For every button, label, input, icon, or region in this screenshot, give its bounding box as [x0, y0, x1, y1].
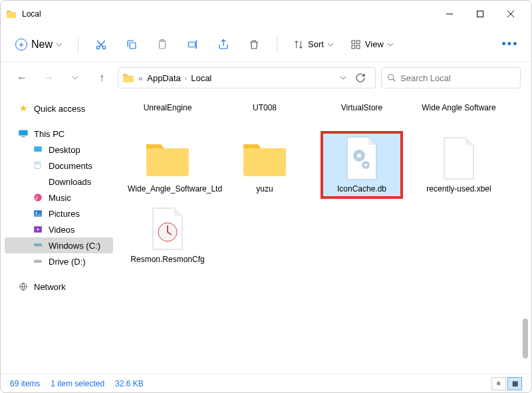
maximize-button[interactable] [465, 3, 495, 25]
window-controls [434, 3, 526, 25]
forward-button[interactable]: → [38, 67, 59, 88]
refresh-button[interactable] [350, 67, 371, 88]
view-menu[interactable]: View [344, 35, 400, 54]
title-bar: Local [1, 1, 531, 27]
sidebar-network[interactable]: Network [5, 279, 113, 295]
copy-button[interactable] [118, 33, 145, 57]
svg-point-31 [364, 164, 367, 166]
file-icon [335, 135, 388, 182]
sidebar-pictures[interactable]: Pictures [5, 205, 113, 221]
music-icon [33, 192, 43, 203]
documents-icon [33, 160, 43, 171]
folder-icon [122, 72, 134, 84]
list-item[interactable]: Resmon.ResmonCfg [128, 203, 207, 268]
list-item[interactable]: Wide Angle Software [419, 100, 499, 127]
rename-button[interactable] [180, 33, 206, 57]
svg-rect-6 [130, 43, 136, 49]
status-bar: 69 items 1 item selected 32.6 KB ≡ ▦ [1, 374, 531, 392]
svg-rect-13 [356, 45, 360, 49]
sort-icon [293, 39, 304, 50]
chevron-down-icon[interactable] [340, 75, 346, 80]
view-details-button[interactable]: ≡ [491, 377, 506, 390]
svg-rect-10 [352, 41, 355, 44]
cut-button[interactable] [88, 33, 114, 57]
back-button[interactable]: ← [11, 67, 33, 88]
svg-rect-16 [21, 136, 25, 137]
recent-button[interactable] [65, 67, 86, 88]
list-item[interactable]: UnrealEngine [128, 100, 207, 127]
pc-icon [18, 128, 29, 139]
list-item[interactable]: yuzu [225, 132, 305, 197]
videos-icon [33, 224, 43, 235]
folder-icon [6, 9, 17, 19]
close-button[interactable] [495, 3, 526, 25]
svg-point-30 [357, 154, 361, 158]
chevron-down-icon [57, 42, 62, 47]
status-size: 32.6 KB [115, 379, 144, 388]
list-item[interactable]: UT008 [225, 100, 305, 127]
view-toggle: ≡ ▦ [491, 377, 522, 390]
view-label: View [365, 39, 384, 49]
svg-rect-12 [352, 45, 355, 49]
sort-label: Sort [308, 39, 324, 49]
svg-rect-9 [188, 42, 196, 47]
toolbar: + New Sort View ••• [1, 27, 531, 62]
chevron-right-icon: › [185, 74, 187, 82]
more-button[interactable]: ••• [497, 33, 523, 57]
svg-rect-15 [19, 130, 27, 136]
scroll-thumb[interactable] [523, 319, 528, 358]
plus-icon: + [15, 39, 27, 51]
sidebar-videos[interactable]: Videos [5, 221, 113, 237]
file-icon [141, 205, 194, 252]
downloads-icon [33, 176, 43, 187]
divider [277, 37, 277, 53]
share-button[interactable] [210, 33, 237, 57]
crumb-appdata[interactable]: AppData [147, 73, 181, 83]
up-button[interactable]: ↑ [91, 67, 112, 88]
new-button[interactable]: + New [9, 35, 68, 55]
list-item[interactable]: Wide_Angle_Software_Ltd [128, 132, 207, 197]
sidebar-downloads[interactable]: Downloads [5, 174, 113, 190]
sidebar-desktop[interactable]: Desktop [5, 142, 113, 158]
nav-row: ← → ↑ « AppData › Local [1, 62, 531, 94]
drive-icon [33, 240, 43, 251]
search-input[interactable] [400, 73, 515, 83]
minimize-button[interactable] [434, 3, 465, 25]
list-item-selected[interactable]: IconCache.db [322, 132, 402, 197]
svg-point-22 [36, 212, 37, 213]
svg-point-20 [34, 194, 42, 201]
sidebar-music[interactable]: Music [5, 190, 113, 205]
sidebar-documents[interactable]: Documents [5, 158, 113, 174]
svg-point-14 [388, 74, 394, 80]
svg-point-4 [96, 46, 100, 49]
sidebar-drive-c[interactable]: Windows (C:) [5, 237, 113, 253]
list-item[interactable]: recently-used.xbel [419, 132, 499, 197]
new-label: New [31, 39, 53, 51]
paste-button[interactable] [149, 33, 176, 57]
svg-rect-18 [35, 162, 40, 169]
sidebar-drive-d[interactable]: Drive (D:) [5, 253, 113, 269]
crumb-local[interactable]: Local [191, 73, 211, 83]
status-count: 69 items [10, 379, 40, 388]
pictures-icon [33, 208, 43, 219]
delete-button[interactable] [241, 33, 267, 57]
sidebar-this-pc[interactable]: This PC [5, 126, 113, 142]
status-selected: 1 item selected [51, 379, 104, 388]
desktop-icon [33, 144, 43, 155]
svg-point-5 [102, 46, 106, 49]
window-title: Local [22, 9, 434, 19]
divider [78, 37, 78, 53]
svg-rect-11 [356, 41, 360, 44]
scrollbar[interactable] [521, 112, 530, 365]
file-list[interactable]: UnrealEngine UT008 VirtualStore Wide Ang… [117, 94, 531, 373]
network-icon [18, 281, 29, 292]
svg-rect-19 [36, 164, 40, 164]
sort-menu[interactable]: Sort [287, 35, 340, 54]
sidebar-quick-access[interactable]: Quick access [5, 100, 113, 116]
chevron-down-icon [388, 42, 393, 47]
list-item[interactable]: VirtualStore [322, 100, 402, 127]
view-icons-button[interactable]: ▦ [507, 377, 522, 390]
crumb-prefix: « [138, 73, 143, 83]
address-bar[interactable]: « AppData › Local [118, 67, 376, 88]
search-box[interactable] [381, 67, 521, 88]
